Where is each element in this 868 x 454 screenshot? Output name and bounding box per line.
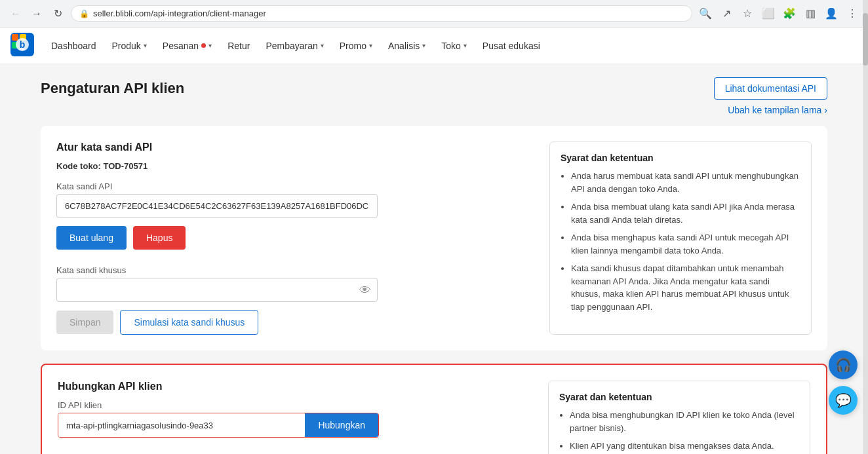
api-action-buttons: Buat ulang Hapus <box>56 226 534 250</box>
logo[interactable]: b b <box>10 33 42 58</box>
connect-terms-title: Syarat dan ketentuan <box>559 392 799 402</box>
tab-icon[interactable]: ⬜ <box>760 6 776 22</box>
svg-text:b: b <box>20 39 26 50</box>
special-pw-label: Kata sandi khusus <box>56 265 534 275</box>
api-password-input[interactable] <box>56 194 378 218</box>
save-simulate-row: Simpan Simulasi kata sandi khusus <box>56 302 534 335</box>
extensions-icon[interactable]: 🧩 <box>781 6 797 22</box>
chevron-right-icon: › <box>824 105 827 115</box>
sidebar-item-pesanan[interactable]: Pesanan ▾ <box>156 35 218 56</box>
sidebar-item-toko[interactable]: Toko ▾ <box>435 35 473 56</box>
float-buttons: 🎧 💬 <box>829 350 858 415</box>
connect-terms-list: Anda bisa menghubungkan ID API klien ke … <box>559 409 799 453</box>
chevron-down-icon: ▾ <box>144 42 147 49</box>
eye-icon[interactable]: 👁 <box>359 283 371 297</box>
delete-button[interactable]: Hapus <box>133 226 186 250</box>
special-pw-input-wrapper: 👁 <box>56 278 378 302</box>
search-icon[interactable]: 🔍 <box>698 6 713 22</box>
api-section-title: Atur kata sandi API <box>56 142 534 153</box>
bookmark-icon[interactable]: ☆ <box>740 6 755 22</box>
connect-terms: Syarat dan ketentuan Anda bisa menghubun… <box>548 381 810 454</box>
terms-item: Anda bisa menghapus kata sandi API untuk… <box>571 231 800 257</box>
navbar: b b Dashboard Produk ▾ Pesanan ▾ Retur P… <box>0 28 868 64</box>
page-content: Pengaturan API klien Lihat dokumentasi A… <box>14 64 854 454</box>
switch-view-link[interactable]: Ubah ke tampilan lama › <box>41 105 827 115</box>
terms-item: Anda harus membuat kata sandi API untuk … <box>571 170 800 195</box>
store-code: Kode toko: TOD-70571 <box>56 161 534 171</box>
terms-item: Klien API yang ditentukan bisa mengakses… <box>570 440 799 453</box>
page-title: Pengaturan API klien <box>41 80 184 97</box>
connect-section-title: Hubungkan API klien <box>58 381 532 392</box>
notification-dot <box>201 43 206 48</box>
menu-icon[interactable]: ⋮ <box>844 6 860 22</box>
connect-button[interactable]: Hubungkan <box>305 413 378 437</box>
api-password-card: Atur kata sandi API Kode toko: TOD-70571… <box>41 126 827 350</box>
share-icon[interactable]: ↗ <box>719 6 734 22</box>
special-password-input[interactable] <box>56 278 378 302</box>
headset-button[interactable]: 🎧 <box>829 350 858 379</box>
rebuild-button[interactable]: Buat ulang <box>56 226 127 250</box>
scrollbar-thumb[interactable] <box>863 13 868 66</box>
svg-rect-2 <box>12 34 18 41</box>
chevron-down-icon: ▾ <box>208 42 212 49</box>
api-id-input[interactable] <box>58 413 305 437</box>
page-header: Pengaturan API klien Lihat dokumentasi A… <box>41 77 827 100</box>
browser-chrome: ← → ↻ 🔒 seller.blibli.com/api-integratio… <box>0 0 868 28</box>
sidebar-item-pembayaran[interactable]: Pembayaran ▾ <box>259 35 330 56</box>
address-bar[interactable]: 🔒 seller.blibli.com/api-integration/clie… <box>71 5 692 22</box>
api-id-label: ID API klien <box>58 400 532 410</box>
reload-button[interactable]: ↻ <box>50 6 66 22</box>
sidebar-item-promo[interactable]: Promo ▾ <box>333 35 379 56</box>
chat-button[interactable]: 💬 <box>829 386 858 415</box>
terms-item: Anda bisa menghubungkan ID API klien ke … <box>570 409 799 434</box>
api-password-terms: Syarat dan ketentuan Anda harus membuat … <box>549 142 812 335</box>
api-password-label: Kata sandi API <box>56 181 534 191</box>
terms-item: Anda bisa membuat ulang kata sandi API j… <box>571 200 800 226</box>
sidebar-item-dashboard[interactable]: Dashboard <box>45 35 103 56</box>
api-terms-title: Syarat dan ketentuan <box>561 153 800 163</box>
back-button[interactable]: ← <box>8 6 24 22</box>
sidebar-icon[interactable]: ▥ <box>802 6 818 22</box>
api-terms-list: Anda harus membuat kata sandi API untuk … <box>561 170 800 313</box>
chevron-down-icon: ▾ <box>422 42 425 49</box>
docs-button[interactable]: Lihat dokumentasi API <box>714 77 827 100</box>
api-password-left: Atur kata sandi API Kode toko: TOD-70571… <box>56 142 534 335</box>
profile-icon[interactable]: 👤 <box>823 6 839 22</box>
chevron-down-icon: ▾ <box>321 42 324 49</box>
chevron-down-icon: ▾ <box>464 42 467 49</box>
scrollbar[interactable] <box>863 0 868 454</box>
chevron-down-icon: ▾ <box>369 42 372 49</box>
terms-item: Kata sandi khusus dapat ditambahkan untu… <box>571 262 800 313</box>
simulate-button[interactable]: Simulasi kata sandi khusus <box>120 310 258 335</box>
forward-button[interactable]: → <box>29 6 45 22</box>
sidebar-item-produk[interactable]: Produk ▾ <box>106 35 153 56</box>
sidebar-item-pusat-edukasi[interactable]: Pusat edukasi <box>476 35 547 56</box>
sidebar-item-retur[interactable]: Retur <box>221 35 256 56</box>
connect-api-card: Hubungkan API klien ID API klien Hubungk… <box>41 364 827 454</box>
url-text: seller.blibli.com/api-integration/client… <box>93 9 266 18</box>
sidebar-item-analisis[interactable]: Analisis ▾ <box>382 35 432 56</box>
connect-input-row: Hubungkan <box>58 413 379 438</box>
lock-icon: 🔒 <box>79 9 89 18</box>
save-button[interactable]: Simpan <box>56 311 113 334</box>
connect-left: Hubungkan API klien ID API klien Hubungk… <box>58 381 532 454</box>
browser-actions: 🔍 ↗ ☆ ⬜ 🧩 ▥ 👤 ⋮ <box>698 6 860 22</box>
